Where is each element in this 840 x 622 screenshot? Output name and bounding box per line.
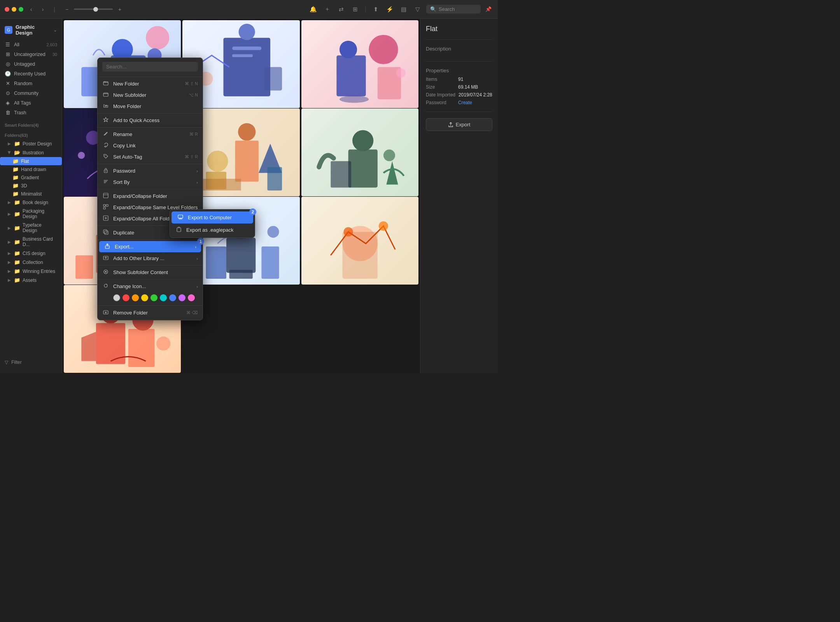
workspace-caret[interactable]: ⌄ xyxy=(53,27,57,33)
svg-point-27 xyxy=(207,150,228,171)
prop-val-password-link[interactable]: Create xyxy=(458,100,472,105)
arrows-icon[interactable]: ⇄ xyxy=(336,4,346,15)
copy-link-icon xyxy=(102,142,109,149)
svg-point-2 xyxy=(112,39,133,60)
color-dot-gray[interactable] xyxy=(113,294,120,301)
sidebar-folder-typeface[interactable]: ▶ 📁 Typeface Design xyxy=(0,221,62,235)
sidebar-filter[interactable]: ▽ Filter xyxy=(0,358,62,367)
zoom-out-button[interactable]: − xyxy=(62,5,72,14)
menu-divider-5 xyxy=(98,189,203,189)
sidebar-subfolder-hand-drawn[interactable]: 📁 Hand drawn xyxy=(0,165,62,173)
color-dot-pink[interactable] xyxy=(188,294,195,301)
pin-icon[interactable]: 📌 xyxy=(484,5,493,14)
color-dot-red[interactable] xyxy=(122,294,130,301)
zoom-in-button[interactable]: + xyxy=(115,5,124,14)
menu-item-password[interactable]: Password › xyxy=(98,165,203,176)
search-bar[interactable]: 🔍 Search xyxy=(426,5,481,14)
sidebar-item-community[interactable]: ⊙ Community xyxy=(0,88,62,98)
nav-back-button[interactable]: ‹ xyxy=(26,5,36,14)
svg-point-57 xyxy=(105,155,105,156)
sub-menu-item-export-eaglepack[interactable]: Export as .eaglepack xyxy=(170,224,255,236)
color-dot-purple[interactable] xyxy=(178,294,186,301)
sidebar-item-untagged[interactable]: ◎ Untagged xyxy=(0,59,62,69)
color-dot-yellow[interactable] xyxy=(141,294,148,301)
sidebar-item-uncategorized[interactable]: ⊞ Uncategorized 30 xyxy=(0,49,62,59)
sidebar-item-all-tags[interactable]: ◈ All Tags xyxy=(0,98,62,108)
svg-rect-41 xyxy=(226,238,256,273)
menu-item-set-auto-tag[interactable]: Set Auto-Tag ⌘ ⇧ R xyxy=(98,151,203,162)
menu-item-copy-link[interactable]: Copy Link xyxy=(98,140,203,151)
menu-shortcut-remove-folder: ⌘ ⌫ xyxy=(186,310,198,315)
smart-folders-label: Smart Folders(4) xyxy=(0,119,62,129)
sidebar-subfolder-minimalist[interactable]: 📁 Minimalist xyxy=(0,190,62,198)
add-icon[interactable]: ＋ xyxy=(322,4,332,15)
prop-date-imported: Date Imported 2019/07/24 2:28 xyxy=(426,92,492,98)
menu-item-add-quick-access[interactable]: Add to Quick Access xyxy=(98,115,203,126)
sidebar-folder-illustration[interactable]: ▶ 📂 Illustration xyxy=(0,148,62,157)
folder-label-illustration: Illustration xyxy=(23,150,44,156)
menu-item-new-folder[interactable]: New Folder ⌘ ⇧ N xyxy=(98,78,203,89)
sidebar-folder-assets[interactable]: ▶ 📁 Assets xyxy=(0,276,62,285)
svg-point-13 xyxy=(369,35,398,64)
filter-icon[interactable]: ▽ xyxy=(412,4,423,15)
menu-item-rename[interactable]: Rename ⌘ R xyxy=(98,129,203,140)
sidebar-bottom: ▽ Filter xyxy=(0,355,62,370)
sidebar-folder-collection[interactable]: ▶ 📁 Collection xyxy=(0,258,62,267)
fullscreen-button[interactable] xyxy=(19,7,23,12)
image-cell-3[interactable] xyxy=(301,20,418,108)
community-icon: ⊙ xyxy=(5,90,11,96)
menu-item-move-folder[interactable]: Move Folder xyxy=(98,101,203,112)
menu-item-export[interactable]: Export... › 1 xyxy=(99,241,201,252)
traffic-lights xyxy=(5,7,23,12)
menu-item-remove-folder[interactable]: Remove Folder ⌘ ⌫ xyxy=(98,307,203,318)
color-dot-green[interactable] xyxy=(150,294,158,301)
sidebar-item-recently-used[interactable]: 🕐 Recently Used xyxy=(0,69,62,79)
sidebar-item-all[interactable]: ☰ All 2,603 xyxy=(0,40,62,49)
share-icon[interactable]: ⬆ xyxy=(370,4,381,15)
menu-item-add-other-library[interactable]: Add to Other Library ... › xyxy=(98,253,203,264)
menu-label-change-icon: Change Icon... xyxy=(113,283,192,289)
sidebar-subfolder-3d[interactable]: 📁 3D xyxy=(0,182,62,190)
menu-item-change-icon[interactable]: Change Icon... › xyxy=(98,281,203,292)
close-button[interactable] xyxy=(5,7,9,12)
minimize-button[interactable] xyxy=(12,7,16,12)
menu-item-sort-by[interactable]: Sort By › xyxy=(98,176,203,188)
color-dot-orange[interactable] xyxy=(132,294,139,301)
prop-val-items: 91 xyxy=(458,77,463,82)
zoom-slider[interactable] xyxy=(74,9,113,10)
sidebar-folder-business-card[interactable]: ▶ 📁 Business Card D... xyxy=(0,235,62,249)
svg-point-8 xyxy=(239,24,255,40)
lightning-icon[interactable]: ⚡ xyxy=(384,4,395,15)
badge-1: 1 xyxy=(197,238,204,245)
sidebar-item-random[interactable]: ✕ Random xyxy=(0,79,62,88)
zoom-slider-container: − + xyxy=(62,5,124,14)
image-cell-9[interactable] xyxy=(301,197,418,285)
sidebar-folder-cis[interactable]: ▶ 📁 CIS design xyxy=(0,249,62,258)
sidebar-folder-book-design[interactable]: ▶ 📁 Book design xyxy=(0,198,62,207)
sidebar-folder-winning[interactable]: ▶ 📁 Winning Entries xyxy=(0,267,62,276)
panel-properties: Items 91 Size 69.14 MB Date Imported 201… xyxy=(426,77,492,105)
menu-search-input[interactable] xyxy=(102,62,198,72)
menu-item-new-subfolder[interactable]: New Subfolder ⌥ N xyxy=(98,89,203,101)
sidebar-subfolder-flat[interactable]: 📁 Flat xyxy=(0,157,62,165)
menu-item-show-subfolder[interactable]: Show Subfolder Content xyxy=(98,267,203,278)
nav-buttons: ‹ › | xyxy=(26,5,59,14)
sidebar-folder-packaging[interactable]: ▶ 📁 Packaging Design xyxy=(0,207,62,221)
random-icon: ✕ xyxy=(5,80,11,86)
sidebar-subfolder-gradient[interactable]: 📁 Gradient xyxy=(0,173,62,182)
grid-icon[interactable]: ▤ xyxy=(398,4,409,15)
layout-icon[interactable]: ⊞ xyxy=(350,4,360,15)
sub-menu-item-export-computer[interactable]: Export to Computer 2 xyxy=(172,211,253,224)
bell-icon[interactable]: 🔔 xyxy=(308,4,318,15)
image-cell-6[interactable] xyxy=(301,108,418,196)
sidebar-folder-poster-design[interactable]: ▶ 📁 Poster Design xyxy=(0,139,62,148)
export-button[interactable]: Export xyxy=(426,118,492,131)
color-dot-blue[interactable] xyxy=(169,294,176,301)
color-dot-teal[interactable] xyxy=(160,294,167,301)
menu-item-expand-collapse[interactable]: Expand/Collapse Folder xyxy=(98,190,203,202)
subfolder-label-3d: 3D xyxy=(21,183,27,189)
prop-items: Items 91 xyxy=(426,77,492,82)
sidebar-item-trash[interactable]: 🗑 Trash xyxy=(0,108,62,117)
nav-forward-button[interactable]: › xyxy=(38,5,47,14)
zoom-thumb[interactable] xyxy=(93,7,98,12)
